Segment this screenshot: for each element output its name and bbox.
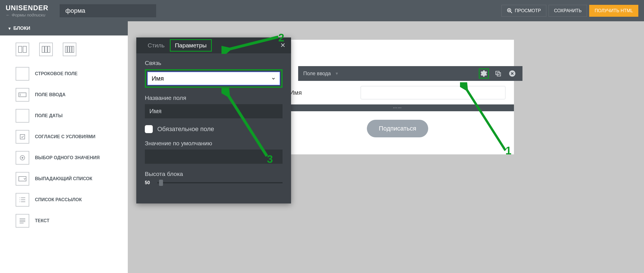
breadcrumb-back[interactable]: Формы подписки bbox=[6, 12, 48, 17]
svg-rect-4 bbox=[18, 46, 22, 52]
element-toolbar: Поле ввода ▼ bbox=[298, 66, 522, 81]
columns-1-icon[interactable] bbox=[16, 43, 29, 56]
dropdown-icon bbox=[16, 172, 29, 186]
block-height-label: Высота блока bbox=[145, 171, 283, 177]
magnifier-plus-icon bbox=[507, 8, 513, 14]
columns-3-icon[interactable] bbox=[63, 43, 76, 56]
block-label: ТЕКСТ bbox=[35, 218, 49, 223]
columns-2-icon[interactable] bbox=[39, 43, 53, 56]
settings-button[interactable] bbox=[479, 68, 489, 79]
annotation-arrow-3 bbox=[221, 88, 273, 162]
annotation-arrow-1 bbox=[460, 82, 511, 156]
svg-line-36 bbox=[466, 88, 505, 150]
block-string-field[interactable]: СТРОКОВОЕ ПОЛЕ bbox=[0, 63, 128, 84]
input-field-icon bbox=[16, 88, 29, 102]
svg-rect-10 bbox=[68, 46, 69, 52]
logo-area: UNISENDER Формы подписки bbox=[6, 4, 48, 17]
svg-rect-13 bbox=[19, 93, 26, 97]
tab-parameters[interactable]: Параметры bbox=[170, 39, 212, 52]
radio-icon bbox=[16, 151, 29, 165]
subscribe-button[interactable]: Подписаться bbox=[367, 120, 428, 137]
slider-value: 50 bbox=[145, 180, 153, 185]
block-label: ПОЛЕ ВВОДА bbox=[35, 92, 66, 97]
block-label: СПИСОК РАССЫЛОК bbox=[35, 197, 82, 202]
link-label: Связь bbox=[145, 60, 283, 66]
block-label: СТРОКОВОЕ ПОЛЕ bbox=[35, 71, 78, 76]
gear-icon bbox=[480, 70, 487, 77]
close-circle-icon bbox=[509, 70, 516, 77]
consent-icon bbox=[16, 130, 29, 144]
form-name-input[interactable] bbox=[60, 4, 156, 17]
svg-line-1 bbox=[511, 12, 512, 13]
annotation-arrow-2 bbox=[221, 34, 284, 54]
copy-icon bbox=[495, 70, 501, 77]
slider-track[interactable] bbox=[157, 182, 283, 183]
date-field-icon bbox=[16, 109, 29, 123]
block-date-field[interactable]: ПОЛЕ ДАТЫ bbox=[0, 105, 128, 126]
list-icon bbox=[16, 193, 29, 207]
block-height-slider[interactable]: 50 bbox=[145, 180, 283, 185]
svg-rect-8 bbox=[48, 46, 50, 52]
block-dropdown[interactable]: ВЫПАДАЮЩИЙ СПИСОК bbox=[0, 168, 128, 189]
svg-rect-12 bbox=[72, 46, 74, 52]
block-consent[interactable]: СОГЛАСИЕ С УСЛОВИЯМИ bbox=[0, 126, 128, 147]
app-header: UNISENDER Формы подписки ПРОСМОТР СОХРАН… bbox=[0, 0, 644, 21]
svg-rect-9 bbox=[65, 46, 67, 52]
get-html-button[interactable]: ПОЛУЧИТЬ HTML bbox=[589, 5, 638, 17]
svg-line-34 bbox=[227, 37, 278, 50]
preview-button[interactable]: ПРОСМОТР bbox=[501, 5, 546, 17]
required-checkbox[interactable] bbox=[145, 125, 153, 133]
block-text[interactable]: ТЕКСТ bbox=[0, 210, 128, 231]
block-label: ПОЛЕ ДАТЫ bbox=[35, 113, 62, 118]
block-label: ВЫПАДАЮЩИЙ СПИСОК bbox=[35, 176, 92, 181]
duplicate-button[interactable] bbox=[493, 68, 503, 79]
tab-style[interactable]: Стиль bbox=[143, 42, 170, 49]
slider-thumb[interactable] bbox=[159, 180, 163, 186]
app-logo: UNISENDER bbox=[6, 4, 48, 12]
chevron-down-icon[interactable]: ▼ bbox=[335, 71, 339, 76]
block-radio[interactable]: ВЫБОР ОДНОГО ЗНАЧЕНИЯ bbox=[0, 147, 128, 168]
svg-line-35 bbox=[227, 94, 267, 156]
svg-rect-11 bbox=[70, 46, 72, 52]
annotation-3: 3 bbox=[267, 153, 273, 165]
block-list: СТРОКОВОЕ ПОЛЕ ПОЛЕ ВВОДА ПОЛЕ ДАТЫ СОГЛ… bbox=[0, 63, 128, 231]
svg-rect-6 bbox=[42, 46, 44, 52]
sidebar: БЛОКИ СТРОКОВОЕ ПОЛЕ ПОЛЕ ВВОДА ПОЛЕ ДАТ… bbox=[0, 21, 128, 273]
svg-point-17 bbox=[22, 157, 23, 159]
required-label: Обязательное поле bbox=[157, 125, 214, 133]
field-label: Имя bbox=[290, 89, 355, 96]
link-select-highlight: Имя bbox=[145, 69, 283, 88]
toolbar-element-type: Поле ввода bbox=[303, 71, 331, 77]
save-button[interactable]: СОХРАНИТЬ bbox=[549, 5, 587, 17]
delete-button[interactable] bbox=[507, 68, 517, 79]
block-label: ВЫБОР ОДНОГО ЗНАЧЕНИЯ bbox=[35, 155, 100, 160]
svg-rect-5 bbox=[23, 46, 26, 52]
block-input-field[interactable]: ПОЛЕ ВВОДА bbox=[0, 84, 128, 105]
annotation-1: 1 bbox=[505, 145, 511, 157]
sidebar-section-header[interactable]: БЛОКИ bbox=[0, 21, 128, 35]
column-blocks-row bbox=[0, 35, 128, 63]
annotation-2: 2 bbox=[278, 32, 284, 44]
preview-label: ПРОСМОТР bbox=[515, 8, 541, 13]
block-label: СОГЛАСИЕ С УСЛОВИЯМИ bbox=[35, 134, 95, 139]
string-field-icon bbox=[16, 67, 29, 81]
text-icon bbox=[16, 214, 29, 228]
header-actions: ПРОСМОТР СОХРАНИТЬ ПОЛУЧИТЬ HTML bbox=[501, 5, 638, 17]
block-mailing-list[interactable]: СПИСОК РАССЫЛОК bbox=[0, 189, 128, 210]
svg-rect-7 bbox=[45, 46, 47, 52]
link-select[interactable]: Имя bbox=[147, 72, 280, 85]
svg-rect-15 bbox=[20, 135, 25, 139]
